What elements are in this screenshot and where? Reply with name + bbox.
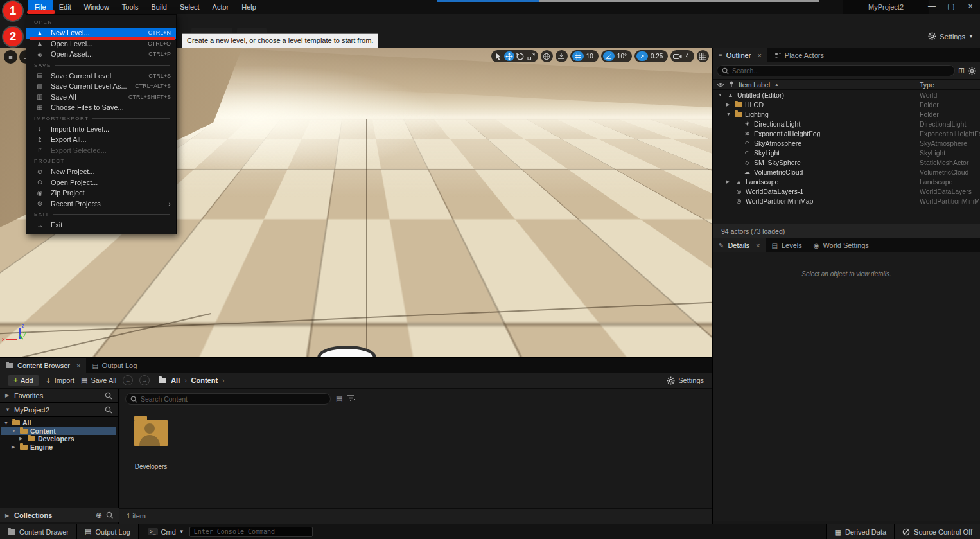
- menu-item-choose-files-to-save[interactable]: ▦Choose Files to Save...: [26, 102, 176, 113]
- tab-output-log[interactable]: ▤ Output Log: [86, 358, 143, 373]
- outliner-row[interactable]: ▶▲LandscapeLandscape: [713, 177, 980, 186]
- save-all-button[interactable]: ▤ Save All: [81, 376, 116, 385]
- search-icon[interactable]: [105, 406, 112, 414]
- outliner-search-box[interactable]: [717, 65, 955, 76]
- menu-item-import-into-level[interactable]: ↧Import Into Level...: [26, 124, 176, 135]
- tab-details[interactable]: ✎ Details ×: [713, 238, 766, 252]
- move-tool-button[interactable]: [504, 51, 514, 61]
- tab-content-browser[interactable]: Content Browser ×: [0, 358, 86, 373]
- derived-data-button[interactable]: ▦ Derived Data: [826, 524, 894, 539]
- menubar-item-window[interactable]: Window: [78, 0, 116, 14]
- outliner-search-input[interactable]: [732, 67, 950, 75]
- menubar-item-tools[interactable]: Tools: [116, 0, 145, 14]
- menubar-item-select[interactable]: Select: [173, 0, 206, 14]
- outliner-column-header[interactable]: Item Label ▲ Type: [713, 79, 980, 90]
- viewport-options-icon[interactable]: ≡: [4, 50, 17, 64]
- expander-icon[interactable]: ▶: [19, 436, 25, 441]
- expander-icon[interactable]: ▶: [12, 445, 17, 450]
- chevron-right-icon[interactable]: ▶: [5, 513, 10, 518]
- world-space-button[interactable]: [541, 50, 553, 62]
- column-item-label[interactable]: Item Label: [739, 81, 770, 89]
- outliner-row[interactable]: ☀DirectionalLightDirectionalLight: [713, 119, 980, 128]
- close-icon[interactable]: ×: [756, 242, 760, 249]
- rotation-snap-group[interactable]: 10°: [601, 50, 632, 62]
- menu-item-open-asset[interactable]: ◈Open Asset...CTRL+P: [26, 49, 176, 60]
- back-icon[interactable]: ←: [123, 375, 133, 385]
- outliner-row[interactable]: ▶HLODFolder: [713, 100, 980, 109]
- search-icon[interactable]: [106, 511, 114, 519]
- breadcrumb-item-all[interactable]: All: [171, 376, 180, 384]
- favorites-header[interactable]: ▶ Favorites: [0, 389, 118, 403]
- menu-item-new-project[interactable]: ⊕New Project...: [26, 166, 176, 177]
- outliner-row[interactable]: ◎WorldDataLayers-1WorldDataLayers: [713, 186, 980, 196]
- tab-outliner[interactable]: ≡ Outliner ×: [713, 48, 767, 62]
- menubar-item-build[interactable]: Build: [145, 0, 173, 14]
- tree-item-all[interactable]: ▼All: [1, 419, 116, 427]
- outliner-row[interactable]: ≋ExponentialHeightFogExponentialHeightFo…: [713, 128, 980, 138]
- view-modes-button[interactable]: [697, 50, 709, 62]
- expander-icon[interactable]: ▶: [726, 179, 732, 184]
- breadcrumb-item-content[interactable]: Content: [191, 376, 218, 384]
- rotate-tool-button[interactable]: [515, 51, 525, 61]
- content-browser-settings-button[interactable]: Settings: [667, 376, 704, 385]
- tab-world-settings[interactable]: ◉ World Settings: [808, 238, 875, 252]
- menu-item-recent-projects[interactable]: ⊚Recent Projects›: [26, 199, 176, 209]
- outliner-row[interactable]: ◎WorldPartitionMiniMapWorldPartitionMini…: [713, 196, 980, 206]
- select-tool-button[interactable]: [493, 51, 503, 61]
- column-type[interactable]: Type: [920, 81, 934, 89]
- expander-icon[interactable]: ▼: [726, 112, 732, 116]
- menu-item-exit[interactable]: →Exit: [26, 220, 176, 231]
- filter-icon[interactable]: [347, 395, 356, 402]
- search-icon[interactable]: [105, 392, 112, 400]
- asset-search-input[interactable]: [141, 395, 326, 403]
- visibility-eye-icon[interactable]: [717, 82, 724, 88]
- grid-snap-group[interactable]: 10: [570, 50, 599, 62]
- surface-snapping-button[interactable]: [556, 50, 568, 62]
- tree-item-engine[interactable]: ▶Engine: [1, 443, 116, 452]
- menubar-item-help[interactable]: Help: [235, 0, 263, 14]
- menu-item-save-current-level[interactable]: ▤Save Current LevelCTRL+S: [26, 71, 176, 82]
- outliner-row[interactable]: ▼LightingFolder: [713, 109, 980, 119]
- expander-icon[interactable]: ▼: [12, 429, 17, 433]
- scale-tool-button[interactable]: [526, 51, 536, 61]
- asset-tile-developers[interactable]: Developers: [133, 414, 169, 470]
- menu-item-save-current-level-as[interactable]: ▤Save Current Level As...CTRL+ALT+S: [26, 81, 176, 92]
- save-search-icon[interactable]: ▤: [336, 394, 342, 403]
- menubar-item-edit[interactable]: Edit: [53, 0, 78, 14]
- output-log-button[interactable]: ▤ Output Log: [77, 524, 139, 539]
- add-collection-icon[interactable]: ⊕: [96, 511, 102, 520]
- cmd-selector[interactable]: >_ Cmd ▼: [148, 528, 184, 536]
- menubar-item-actor[interactable]: Actor: [206, 0, 236, 14]
- content-drawer-button[interactable]: Content Drawer: [0, 524, 77, 539]
- tree-item-content[interactable]: ▼Content: [1, 427, 116, 436]
- outliner-row[interactable]: ☁VolumetricCloudVolumetricCloud: [713, 167, 980, 177]
- asset-search-box[interactable]: [125, 393, 331, 405]
- close-icon[interactable]: ×: [961, 0, 980, 14]
- close-icon[interactable]: ×: [757, 51, 761, 59]
- close-icon[interactable]: ×: [76, 362, 80, 369]
- chevron-down-icon[interactable]: ▼: [5, 407, 10, 412]
- chevron-right-icon[interactable]: ▶: [5, 393, 10, 398]
- menu-item-export-all[interactable]: ↥Export All...: [26, 134, 176, 145]
- outliner-settings-icon[interactable]: [968, 67, 976, 75]
- outliner-row[interactable]: ◇SM_SkySphereStaticMeshActor: [713, 157, 980, 167]
- source-control-button[interactable]: Source Control Off: [894, 524, 980, 539]
- collections-bar[interactable]: ▶ Collections ⊕: [0, 508, 119, 522]
- forward-icon[interactable]: →: [139, 375, 150, 385]
- import-button[interactable]: ↧ Import: [46, 376, 74, 385]
- expander-icon[interactable]: ▶: [726, 102, 732, 107]
- menu-item-zip-project[interactable]: ◉Zip Project: [26, 188, 176, 199]
- outliner-row[interactable]: ◠SkyAtmosphereSkyAtmosphere: [713, 138, 980, 148]
- outliner-row[interactable]: ◠SkyLightSkyLight: [713, 148, 980, 157]
- tree-item-developers[interactable]: ▶Developers: [1, 435, 116, 443]
- pin-icon[interactable]: [729, 81, 734, 88]
- expander-icon[interactable]: ▼: [4, 421, 10, 425]
- maximize-icon[interactable]: ▢: [941, 0, 961, 14]
- tab-place-actors[interactable]: Place Actors: [767, 48, 830, 62]
- add-button[interactable]: + Add: [8, 375, 39, 386]
- outliner-add-icon[interactable]: ⊞: [958, 66, 965, 75]
- menu-item-open-project[interactable]: ⊙Open Project...: [26, 177, 176, 188]
- project-header[interactable]: ▼ MyProject2: [0, 403, 118, 417]
- console-command-input[interactable]: [189, 527, 313, 537]
- tab-levels[interactable]: ▤ Levels: [766, 238, 807, 252]
